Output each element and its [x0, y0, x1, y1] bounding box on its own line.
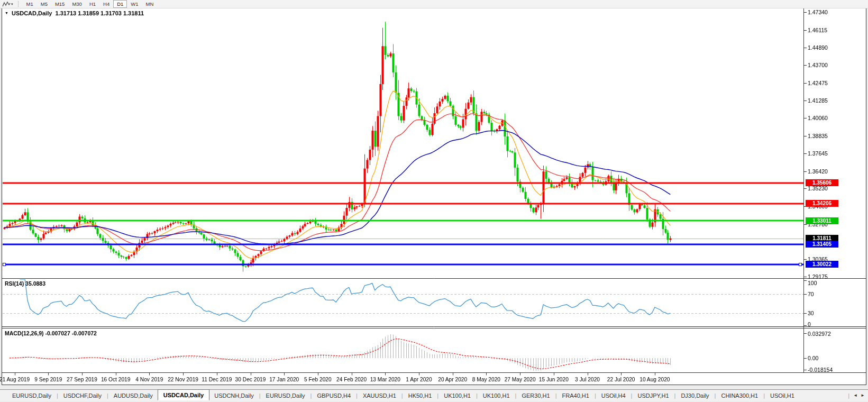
timeframe-button-D1[interactable]: D1 [113, 0, 127, 8]
axis-price-tag-1.31405: 1.31405 [806, 241, 838, 248]
date-label: 22 Nov 2019 [168, 377, 198, 382]
rsi-tick-label: 100 [808, 280, 817, 286]
toolbar-grip[interactable] [18, 1, 19, 7]
date-label: 21 Aug 2019 [0, 377, 30, 382]
chart-tab-USDCAD,Daily[interactable]: USDCAD,Daily [158, 389, 209, 400]
timeframe-button-M30[interactable]: M30 [68, 0, 85, 8]
date-label: 15 Jun 2020 [539, 377, 569, 382]
timeframe-button-M5[interactable]: M5 [37, 0, 51, 8]
timeframe-button-MN[interactable]: MN [142, 0, 158, 8]
chart-tab-bar: EURUSD,Daily|USDCHF,Daily|AUDUSD,DailyUS… [0, 389, 868, 401]
chart-tab-UK100,H1[interactable]: UK100,H1 [439, 391, 476, 400]
price-chart-canvas[interactable] [0, 0, 868, 402]
chart-tabs: EURUSD,Daily|USDCHF,Daily|AUDUSD,DailyUS… [7, 390, 799, 400]
date-label: 10 Aug 2020 [639, 377, 670, 382]
price-tick-label: 1.46115 [808, 27, 827, 33]
chart-ohlc-values: 1.31713 1.31859 1.31703 1.31811 [55, 10, 144, 16]
price-tick-label: 1.29175 [808, 273, 828, 280]
date-label: 27 May 2020 [505, 377, 536, 382]
macd-tick-label: -0.018154 [808, 367, 833, 373]
chart-tab-XAUUSD,H1[interactable]: XAUUSD,H1 [358, 391, 401, 400]
date-label: 24 Feb 2020 [336, 377, 367, 382]
price-tick-label: 1.37645 [808, 150, 828, 157]
rsi-tick-label: 0 [808, 321, 811, 327]
chart-tab-CHINA300,H1[interactable]: CHINA300,H1 [716, 391, 763, 400]
price-tick-label: 1.36420 [808, 168, 828, 175]
axis-price-tag-1.34206: 1.34206 [806, 200, 838, 207]
price-tick-label: 1.42475 [808, 80, 828, 86]
date-label: 20 Apr 2020 [438, 377, 467, 382]
timeframe-button-M15[interactable]: M15 [51, 0, 68, 8]
date-label: 22 Jul 2020 [607, 377, 635, 382]
date-label: 11 Dec 2019 [202, 377, 232, 382]
price-tick-label: 1.41285 [808, 97, 828, 104]
timeframe-button-M1[interactable]: M1 [23, 0, 37, 8]
date-label: 9 Sep 2019 [34, 377, 62, 382]
chart-tab-EURUSD,Daily[interactable]: EURUSD,Daily [261, 391, 310, 400]
chart-tab-DJ30,Daily[interactable]: DJ30,Daily [676, 391, 714, 400]
tab-separator: | [847, 392, 850, 399]
date-label: 16 Oct 2019 [101, 377, 131, 382]
macd-tick-label: 0.032972 [808, 331, 831, 337]
date-label: 27 Sep 2019 [67, 377, 97, 382]
chart-tab-HK50,H1[interactable]: HK50,H1 [404, 391, 437, 400]
price-tick-label: 1.38835 [808, 133, 828, 139]
macd-indicator-label: MACD(12,26,9) -0.007027 -0.007072 [5, 330, 97, 336]
chart-tab-USDCNH,Daily[interactable]: USDCNH,Daily [209, 391, 259, 400]
chart-tab-GBPUSD,H4[interactable]: GBPUSD,H4 [312, 391, 355, 400]
chart-tab-UK100,H1[interactable]: UK100,H1 [478, 391, 515, 400]
date-label: 13 Mar 2020 [370, 377, 400, 382]
chart-tab-EURUSD,Daily[interactable]: EURUSD,Daily [7, 391, 56, 400]
timeframe-button-W1[interactable]: W1 [127, 0, 142, 8]
chart-tab-FRA40,H1[interactable]: FRA40,H1 [558, 391, 594, 400]
date-label: 4 Nov 2019 [135, 377, 163, 382]
price-tick-label: 1.43700 [808, 62, 828, 68]
timeframe-buttons: M1M5M15M30H1H4D1W1MN [23, 0, 158, 8]
date-label: 1 Apr 2020 [406, 377, 432, 382]
price-tick-label: 1.40060 [808, 115, 828, 121]
timeframe-button-H1[interactable]: H1 [86, 0, 99, 8]
timeframe-toolbar: ▾ M1M5M15M30H1H4D1W1MN [0, 0, 868, 8]
chart-tab-GER30,H1[interactable]: GER30,H1 [517, 391, 554, 400]
tab-scroll-right-icon[interactable]: ► [861, 393, 865, 398]
crayon-icon[interactable] [2, 1, 11, 7]
rsi-tick-label: 30 [808, 310, 814, 316]
rsi-tick-label: 70 [808, 291, 814, 297]
chart-tab-USOil,H4[interactable]: USOil,H4 [597, 391, 631, 400]
chart-title: ▼USDCAD,Daily 1.31713 1.31859 1.31703 1.… [5, 10, 144, 16]
axis-price-tag-1.35606: 1.35606 [806, 179, 838, 186]
chart-tab-USDJPY,H1[interactable]: USDJPY,H1 [633, 391, 673, 400]
chart-tab-AUDUSD,Daily[interactable]: AUDUSD,Daily [109, 391, 158, 400]
date-label: 30 Dec 2019 [235, 377, 266, 382]
chart-tab-USDCHF,Daily[interactable]: USDCHF,Daily [59, 391, 106, 400]
chart-tab-USOil,H1[interactable]: USOil,H1 [765, 391, 799, 400]
rsi-indicator-label: RSI(14) 35.0883 [5, 280, 45, 287]
trading-platform-window: ▾ M1M5M15M30H1H4D1W1MN ▼USDCAD,Daily 1.3… [0, 0, 868, 402]
tab-scroll-left-icon[interactable]: ◄ [853, 393, 857, 398]
date-label: 5 Feb 2020 [304, 377, 332, 382]
symbol-dropdown-icon[interactable]: ▼ [5, 11, 8, 15]
date-label: 17 Jan 2020 [269, 377, 299, 382]
date-label: 8 May 2020 [472, 377, 500, 382]
date-label: 3 Jul 2020 [575, 377, 600, 382]
axis-price-tag-1.33011: 1.33011 [806, 217, 838, 224]
price-tick-label: 1.44890 [808, 44, 828, 51]
axis-price-tag-1.30022: 1.30022 [806, 261, 838, 268]
chart-symbol-period: USDCAD,Daily [12, 10, 52, 16]
macd-tick-label: 0.00 [808, 355, 818, 361]
timeframe-button-H4[interactable]: H4 [99, 0, 113, 8]
price-tick-label: 1.47340 [808, 9, 828, 15]
chevron-down-icon[interactable]: ▾ [11, 2, 13, 6]
tab-scroll-controls: | ◄ ► [847, 392, 865, 399]
